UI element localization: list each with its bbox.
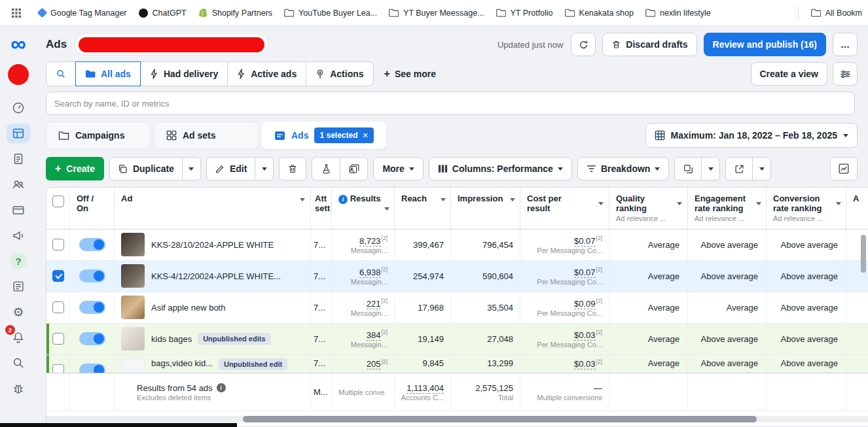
column-header-impressions[interactable]: Impression	[451, 188, 520, 229]
columns-dropdown[interactable]: Columns: Performance	[429, 157, 572, 180]
table-row[interactable]: bags,video kid... Unpublished edit 7... …	[46, 355, 868, 373]
ad-status-toggle[interactable]	[79, 301, 105, 314]
bookmark-nexlin-lifestyle[interactable]: nexlin lifestyle	[640, 6, 717, 20]
ab-test-button[interactable]	[312, 158, 340, 180]
bookmark-yt-portfolio[interactable]: YT Protfolio	[490, 6, 559, 20]
sidebar-billing-icon[interactable]	[7, 200, 30, 220]
ad-name-link[interactable]: bags,video kid...	[151, 358, 213, 368]
cost-value[interactable]: $0.03	[574, 330, 596, 341]
apps-grid-icon[interactable]	[9, 6, 24, 20]
see-more-filters-button[interactable]: + See more	[384, 69, 436, 79]
column-header-conversion[interactable]: Conversion rate ranking Ad relevance ...	[767, 188, 846, 229]
more-options-button[interactable]: …	[833, 33, 858, 56]
vertical-scrollbar-thumb[interactable]	[861, 235, 866, 273]
filter-actions[interactable]: Actions	[306, 61, 373, 86]
ad-name-link[interactable]: KKS-28/10/2024-APPLE WHITE	[151, 240, 274, 250]
row-checkbox[interactable]	[52, 239, 64, 250]
sidebar-notifications-icon[interactable]: 2	[7, 328, 30, 347]
select-all-checkbox[interactable]	[52, 196, 64, 207]
column-header-ad[interactable]: Ad	[115, 188, 311, 229]
bookmark-yt-buyer-message[interactable]: YT Buyer Meessage...	[383, 6, 490, 20]
column-header-results[interactable]: i Results	[332, 188, 395, 229]
rules-dropdown[interactable]	[701, 158, 719, 180]
column-header-engagement[interactable]: Engagement rate ranking Ad relevance ...	[688, 188, 767, 229]
results-value[interactable]: 8,723	[359, 236, 381, 247]
more-menu-button[interactable]: More	[373, 157, 423, 180]
sidebar-settings-icon[interactable]: ⚙	[7, 302, 30, 322]
column-header-clipped[interactable]: A	[846, 188, 868, 229]
info-icon[interactable]: i	[217, 383, 226, 392]
row-checkbox[interactable]	[52, 270, 64, 282]
bookmark-kenakata-shop[interactable]: Kenakata shop	[559, 6, 640, 20]
sidebar-campaigns-icon[interactable]	[7, 124, 30, 143]
all-bookmarks-folder[interactable]: All Bookm	[805, 6, 868, 20]
table-row[interactable]: kids bages Unpublished edits 7... 384[2]…	[46, 324, 868, 355]
clear-selection-icon[interactable]: ✕	[363, 131, 369, 140]
creative-assets-button[interactable]	[340, 158, 367, 180]
column-header-attribution[interactable]: Att sett	[311, 188, 332, 229]
cost-value[interactable]: $0.07	[574, 236, 596, 247]
bookmark-google-tag-manager[interactable]: Google Tag Manager	[33, 6, 133, 20]
bookmark-chatgpt[interactable]: ChatGPT	[133, 6, 192, 20]
date-range-selector[interactable]: Maximum: Jan 18, 2022 – Feb 18, 2025	[645, 123, 858, 148]
sidebar-report-bug-icon[interactable]	[7, 379, 30, 398]
meta-logo-icon[interactable]: ∞	[10, 34, 26, 54]
row-checkbox[interactable]	[52, 301, 64, 313]
results-value[interactable]: 6,938	[359, 267, 381, 278]
sidebar-overview-icon[interactable]	[7, 98, 30, 118]
sidebar-search-icon[interactable]	[7, 353, 30, 373]
bookmark-shopify-partners[interactable]: Shopify Partners	[192, 5, 278, 20]
table-row[interactable]: Asif apple new both 7... 221[2] Messagin…	[46, 292, 868, 324]
ad-status-toggle[interactable]	[79, 238, 105, 251]
horizontal-scrollbar-thumb[interactable]	[243, 416, 757, 422]
sidebar-audiences-icon[interactable]	[7, 175, 30, 194]
filter-all-ads[interactable]: All ads	[75, 61, 141, 86]
results-value[interactable]: 221	[367, 299, 381, 309]
results-value[interactable]: 205	[367, 359, 381, 369]
filter-search-button[interactable]	[46, 61, 76, 86]
tab-campaigns[interactable]: Campaigns	[46, 122, 151, 149]
sidebar-help-icon[interactable]: ?	[7, 251, 30, 271]
review-and-publish-button[interactable]: Review and publish (16)	[704, 33, 826, 56]
account-avatar-redacted[interactable]	[8, 64, 29, 85]
sidebar-ads-megaphone-icon[interactable]	[7, 226, 30, 245]
row-checkbox[interactable]	[52, 333, 64, 345]
export-dropdown[interactable]	[752, 158, 770, 180]
ad-status-toggle[interactable]	[79, 364, 105, 373]
cost-value[interactable]: $0.07	[574, 267, 596, 278]
row-checkbox[interactable]	[52, 364, 64, 373]
tab-ads[interactable]: Ads 1 selected ✕	[262, 122, 386, 149]
ad-status-toggle[interactable]	[79, 269, 105, 282]
ad-name-link[interactable]: kids bages	[151, 334, 192, 344]
ad-account-selector[interactable]	[75, 33, 268, 56]
cost-value[interactable]: $0.03	[574, 359, 596, 369]
duplicate-button[interactable]: Duplicate	[110, 158, 182, 180]
column-header-reach[interactable]: Reach	[395, 188, 451, 229]
create-a-view-button[interactable]: Create a view	[751, 62, 828, 86]
ad-status-toggle[interactable]	[79, 332, 105, 345]
column-header-cost[interactable]: Cost per result	[520, 188, 609, 229]
table-row[interactable]: KKS-4/12/20024-APPLE WHITE... 7... 6,938…	[46, 261, 868, 292]
search-input[interactable]	[46, 92, 855, 115]
column-header-quality[interactable]: Quality ranking Ad relevance ...	[609, 188, 688, 229]
charts-panel-button[interactable]	[830, 157, 858, 180]
sidebar-events-icon[interactable]	[7, 277, 30, 296]
export-button[interactable]	[726, 158, 752, 180]
cost-value[interactable]: $0.09	[574, 299, 596, 309]
bookmark-youtube-buyer-lead[interactable]: YouTube Buyer Lea...	[278, 6, 383, 20]
view-settings-button[interactable]	[833, 62, 858, 86]
discard-drafts-button[interactable]: Discard drafts	[602, 33, 696, 56]
filter-active-ads[interactable]: Active ads	[227, 61, 306, 86]
refresh-button[interactable]	[571, 33, 596, 56]
create-button[interactable]: + Create	[46, 157, 104, 180]
tab-ad-sets[interactable]: Ad sets	[154, 122, 259, 149]
ad-name-link[interactable]: KKS-4/12/20024-APPLE WHITE...	[151, 271, 281, 281]
table-row[interactable]: KKS-28/10/2024-APPLE WHITE 7... 8,723[2]…	[46, 230, 868, 261]
rules-button[interactable]	[675, 158, 701, 180]
duplicate-dropdown[interactable]	[182, 158, 200, 180]
results-value[interactable]: 384	[367, 330, 381, 341]
breakdown-dropdown[interactable]: Breakdown	[577, 157, 669, 180]
edit-button[interactable]: Edit	[207, 158, 255, 180]
column-header-off-on[interactable]: Off / On	[70, 188, 115, 229]
delete-button[interactable]	[279, 157, 306, 180]
